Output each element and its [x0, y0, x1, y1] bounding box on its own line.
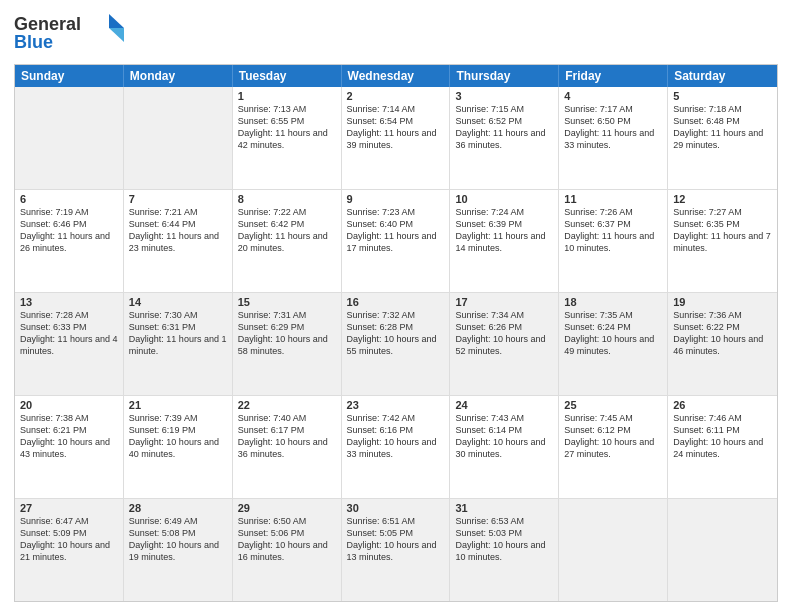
header-day-sunday: Sunday	[15, 65, 124, 87]
calendar-cell: 17Sunrise: 7:34 AM Sunset: 6:26 PM Dayli…	[450, 293, 559, 395]
day-info: Sunrise: 7:42 AM Sunset: 6:16 PM Dayligh…	[347, 412, 445, 461]
day-number: 15	[238, 296, 336, 308]
calendar-cell: 31Sunrise: 6:53 AM Sunset: 5:03 PM Dayli…	[450, 499, 559, 601]
calendar-page: General Blue SundayMondayTuesdayWednesda…	[0, 0, 792, 612]
day-number: 21	[129, 399, 227, 411]
day-info: Sunrise: 7:24 AM Sunset: 6:39 PM Dayligh…	[455, 206, 553, 255]
day-info: Sunrise: 7:14 AM Sunset: 6:54 PM Dayligh…	[347, 103, 445, 152]
day-number: 27	[20, 502, 118, 514]
calendar-cell: 16Sunrise: 7:32 AM Sunset: 6:28 PM Dayli…	[342, 293, 451, 395]
day-info: Sunrise: 7:27 AM Sunset: 6:35 PM Dayligh…	[673, 206, 772, 255]
calendar-cell: 28Sunrise: 6:49 AM Sunset: 5:08 PM Dayli…	[124, 499, 233, 601]
day-info: Sunrise: 7:34 AM Sunset: 6:26 PM Dayligh…	[455, 309, 553, 358]
calendar-cell: 1Sunrise: 7:13 AM Sunset: 6:55 PM Daylig…	[233, 87, 342, 189]
day-info: Sunrise: 7:17 AM Sunset: 6:50 PM Dayligh…	[564, 103, 662, 152]
calendar-cell	[15, 87, 124, 189]
day-info: Sunrise: 7:43 AM Sunset: 6:14 PM Dayligh…	[455, 412, 553, 461]
calendar-cell: 22Sunrise: 7:40 AM Sunset: 6:17 PM Dayli…	[233, 396, 342, 498]
calendar-cell: 5Sunrise: 7:18 AM Sunset: 6:48 PM Daylig…	[668, 87, 777, 189]
day-number: 16	[347, 296, 445, 308]
day-number: 9	[347, 193, 445, 205]
calendar-cell: 4Sunrise: 7:17 AM Sunset: 6:50 PM Daylig…	[559, 87, 668, 189]
day-number: 24	[455, 399, 553, 411]
calendar-cell: 11Sunrise: 7:26 AM Sunset: 6:37 PM Dayli…	[559, 190, 668, 292]
day-info: Sunrise: 7:15 AM Sunset: 6:52 PM Dayligh…	[455, 103, 553, 152]
calendar-week-3: 13Sunrise: 7:28 AM Sunset: 6:33 PM Dayli…	[15, 292, 777, 395]
calendar-cell: 25Sunrise: 7:45 AM Sunset: 6:12 PM Dayli…	[559, 396, 668, 498]
day-info: Sunrise: 7:40 AM Sunset: 6:17 PM Dayligh…	[238, 412, 336, 461]
day-number: 30	[347, 502, 445, 514]
calendar-cell: 2Sunrise: 7:14 AM Sunset: 6:54 PM Daylig…	[342, 87, 451, 189]
day-number: 23	[347, 399, 445, 411]
calendar-cell: 12Sunrise: 7:27 AM Sunset: 6:35 PM Dayli…	[668, 190, 777, 292]
header-day-thursday: Thursday	[450, 65, 559, 87]
day-info: Sunrise: 7:26 AM Sunset: 6:37 PM Dayligh…	[564, 206, 662, 255]
day-info: Sunrise: 7:18 AM Sunset: 6:48 PM Dayligh…	[673, 103, 772, 152]
header: General Blue	[14, 10, 778, 58]
calendar-cell: 30Sunrise: 6:51 AM Sunset: 5:05 PM Dayli…	[342, 499, 451, 601]
day-number: 3	[455, 90, 553, 102]
day-number: 22	[238, 399, 336, 411]
day-info: Sunrise: 7:32 AM Sunset: 6:28 PM Dayligh…	[347, 309, 445, 358]
calendar-cell: 21Sunrise: 7:39 AM Sunset: 6:19 PM Dayli…	[124, 396, 233, 498]
calendar-week-2: 6Sunrise: 7:19 AM Sunset: 6:46 PM Daylig…	[15, 189, 777, 292]
day-info: Sunrise: 7:28 AM Sunset: 6:33 PM Dayligh…	[20, 309, 118, 358]
day-info: Sunrise: 7:35 AM Sunset: 6:24 PM Dayligh…	[564, 309, 662, 358]
calendar-cell: 14Sunrise: 7:30 AM Sunset: 6:31 PM Dayli…	[124, 293, 233, 395]
logo: General Blue	[14, 10, 124, 58]
calendar-cell: 6Sunrise: 7:19 AM Sunset: 6:46 PM Daylig…	[15, 190, 124, 292]
day-number: 5	[673, 90, 772, 102]
day-info: Sunrise: 7:19 AM Sunset: 6:46 PM Dayligh…	[20, 206, 118, 255]
day-number: 10	[455, 193, 553, 205]
day-info: Sunrise: 6:53 AM Sunset: 5:03 PM Dayligh…	[455, 515, 553, 564]
day-number: 26	[673, 399, 772, 411]
calendar-cell	[124, 87, 233, 189]
day-info: Sunrise: 7:45 AM Sunset: 6:12 PM Dayligh…	[564, 412, 662, 461]
calendar-week-5: 27Sunrise: 6:47 AM Sunset: 5:09 PM Dayli…	[15, 498, 777, 601]
header-day-wednesday: Wednesday	[342, 65, 451, 87]
svg-text:General: General	[14, 14, 81, 34]
svg-marker-2	[109, 14, 124, 28]
day-info: Sunrise: 6:47 AM Sunset: 5:09 PM Dayligh…	[20, 515, 118, 564]
calendar: SundayMondayTuesdayWednesdayThursdayFrid…	[14, 64, 778, 602]
day-number: 29	[238, 502, 336, 514]
day-number: 4	[564, 90, 662, 102]
svg-text:Blue: Blue	[14, 32, 53, 52]
calendar-cell: 26Sunrise: 7:46 AM Sunset: 6:11 PM Dayli…	[668, 396, 777, 498]
calendar-cell: 29Sunrise: 6:50 AM Sunset: 5:06 PM Dayli…	[233, 499, 342, 601]
calendar-cell: 10Sunrise: 7:24 AM Sunset: 6:39 PM Dayli…	[450, 190, 559, 292]
calendar-cell: 9Sunrise: 7:23 AM Sunset: 6:40 PM Daylig…	[342, 190, 451, 292]
day-number: 31	[455, 502, 553, 514]
calendar-cell	[668, 499, 777, 601]
day-info: Sunrise: 7:30 AM Sunset: 6:31 PM Dayligh…	[129, 309, 227, 358]
calendar-cell: 7Sunrise: 7:21 AM Sunset: 6:44 PM Daylig…	[124, 190, 233, 292]
day-number: 1	[238, 90, 336, 102]
calendar-cell: 8Sunrise: 7:22 AM Sunset: 6:42 PM Daylig…	[233, 190, 342, 292]
day-info: Sunrise: 7:46 AM Sunset: 6:11 PM Dayligh…	[673, 412, 772, 461]
logo-text: General Blue	[14, 10, 124, 58]
day-number: 14	[129, 296, 227, 308]
day-number: 20	[20, 399, 118, 411]
day-number: 18	[564, 296, 662, 308]
day-number: 25	[564, 399, 662, 411]
header-day-monday: Monday	[124, 65, 233, 87]
svg-marker-3	[109, 28, 124, 42]
day-number: 12	[673, 193, 772, 205]
calendar-week-4: 20Sunrise: 7:38 AM Sunset: 6:21 PM Dayli…	[15, 395, 777, 498]
header-day-tuesday: Tuesday	[233, 65, 342, 87]
day-info: Sunrise: 6:51 AM Sunset: 5:05 PM Dayligh…	[347, 515, 445, 564]
calendar-cell: 19Sunrise: 7:36 AM Sunset: 6:22 PM Dayli…	[668, 293, 777, 395]
day-number: 11	[564, 193, 662, 205]
calendar-cell: 27Sunrise: 6:47 AM Sunset: 5:09 PM Dayli…	[15, 499, 124, 601]
day-info: Sunrise: 7:31 AM Sunset: 6:29 PM Dayligh…	[238, 309, 336, 358]
calendar-cell: 15Sunrise: 7:31 AM Sunset: 6:29 PM Dayli…	[233, 293, 342, 395]
calendar-week-1: 1Sunrise: 7:13 AM Sunset: 6:55 PM Daylig…	[15, 87, 777, 189]
day-number: 7	[129, 193, 227, 205]
header-day-friday: Friday	[559, 65, 668, 87]
day-info: Sunrise: 7:21 AM Sunset: 6:44 PM Dayligh…	[129, 206, 227, 255]
day-number: 13	[20, 296, 118, 308]
day-number: 17	[455, 296, 553, 308]
day-number: 6	[20, 193, 118, 205]
day-number: 8	[238, 193, 336, 205]
calendar-cell: 20Sunrise: 7:38 AM Sunset: 6:21 PM Dayli…	[15, 396, 124, 498]
